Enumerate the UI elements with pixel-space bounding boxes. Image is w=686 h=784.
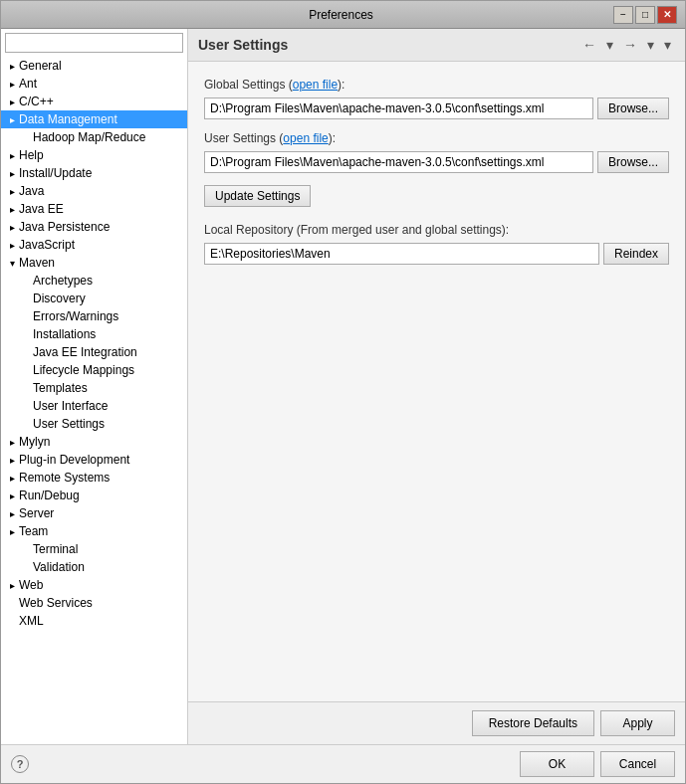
sidebar-item-label-java-ee: Java EE <box>19 202 183 216</box>
sidebar-item-web-services[interactable]: Web Services <box>1 594 187 612</box>
nav-forward-button[interactable]: → <box>619 35 641 55</box>
sidebar-item-label-general: General <box>19 59 183 73</box>
sidebar-item-lifecycle-mappings[interactable]: Lifecycle Mappings <box>1 361 187 379</box>
user-settings-link[interactable]: open file <box>283 131 328 145</box>
global-settings-label: Global Settings (open file): <box>204 78 669 92</box>
search-input[interactable] <box>5 33 183 53</box>
nav-dropdown-button[interactable]: ▾ <box>602 35 617 55</box>
minimize-button[interactable]: − <box>613 6 633 24</box>
user-settings-label: User Settings (open file): <box>204 131 669 145</box>
right-panel: User Settings ← ▾ → ▾ ▾ Global Settings … <box>188 29 685 744</box>
sidebar-item-label-maven: Maven <box>19 256 183 270</box>
sidebar-item-label-team: Team <box>19 524 183 538</box>
sidebar-item-cpp[interactable]: ▸C/C++ <box>1 93 187 110</box>
global-settings-link[interactable]: open file <box>293 78 338 92</box>
sidebar-item-label-errors-warnings: Errors/Warnings <box>33 309 183 323</box>
sidebar-item-data-management[interactable]: ▸Data Management <box>1 110 187 128</box>
sidebar-item-remote-systems[interactable]: ▸Remote Systems <box>1 469 187 487</box>
sidebar-item-maven[interactable]: ▾Maven <box>1 254 187 272</box>
sidebar-item-templates[interactable]: Templates <box>1 379 187 397</box>
user-settings-row: Browse... <box>204 151 669 173</box>
arrow-icon-general: ▸ <box>5 61 19 72</box>
sidebar-item-team[interactable]: ▸Team <box>1 522 187 540</box>
sidebar-item-user-settings[interactable]: User Settings <box>1 415 187 433</box>
sidebar-item-label-templates: Templates <box>33 381 183 395</box>
sidebar-item-java-ee-integration[interactable]: Java EE Integration <box>1 343 187 361</box>
sidebar-item-java-ee[interactable]: ▸Java EE <box>1 200 187 218</box>
sidebar-item-plugin-dev[interactable]: ▸Plug-in Development <box>1 451 187 469</box>
browse2-button[interactable]: Browse... <box>597 151 669 173</box>
local-repo-row: Reindex <box>204 243 669 265</box>
apply-button[interactable]: Apply <box>600 710 675 736</box>
sidebar-item-web[interactable]: ▸Web <box>1 576 187 594</box>
sidebar-item-label-web: Web <box>19 578 183 592</box>
sidebar-item-user-interface[interactable]: User Interface <box>1 397 187 415</box>
nav-arrows: ← ▾ → ▾ ▾ <box>578 35 675 55</box>
sidebar-item-errors-warnings[interactable]: Errors/Warnings <box>1 307 187 325</box>
user-settings-input[interactable] <box>204 151 593 173</box>
sidebar-item-java[interactable]: ▸Java <box>1 182 187 200</box>
local-repo-label: Local Repository (From merged user and g… <box>204 223 669 237</box>
arrow-icon-web: ▸ <box>5 580 19 591</box>
arrow-icon-server: ▸ <box>5 508 19 519</box>
sidebar-item-label-lifecycle-mappings: Lifecycle Mappings <box>33 363 183 377</box>
sidebar-item-install-update[interactable]: ▸Install/Update <box>1 164 187 182</box>
arrow-icon-remote-systems: ▸ <box>5 473 19 484</box>
sidebar-item-archetypes[interactable]: Archetypes <box>1 272 187 290</box>
nav-menu-button[interactable]: ▾ <box>660 35 675 55</box>
sidebar-item-server[interactable]: ▸Server <box>1 504 187 522</box>
sidebar-item-label-remote-systems: Remote Systems <box>19 471 183 485</box>
arrow-icon-cpp: ▸ <box>5 97 19 107</box>
title-bar-buttons: − □ ✕ <box>613 6 677 24</box>
sidebar-item-terminal[interactable]: Terminal <box>1 540 187 558</box>
sidebar: ▸General▸Ant▸C/C++▸Data ManagementHadoop… <box>1 29 188 744</box>
sidebar-item-ant[interactable]: ▸Ant <box>1 75 187 93</box>
ok-button[interactable]: OK <box>520 751 594 777</box>
footer-bar: ? OK Cancel <box>1 744 685 783</box>
sidebar-item-general[interactable]: ▸General <box>1 57 187 75</box>
sidebar-item-label-plugin-dev: Plug-in Development <box>19 453 183 467</box>
browse1-button[interactable]: Browse... <box>597 98 669 119</box>
sidebar-item-mylyn[interactable]: ▸Mylyn <box>1 433 187 451</box>
sidebar-item-discovery[interactable]: Discovery <box>1 290 187 307</box>
sidebar-item-hadoop[interactable]: Hadoop Map/Reduce <box>1 128 187 146</box>
sidebar-item-help[interactable]: ▸Help <box>1 146 187 164</box>
sidebar-item-label-run-debug: Run/Debug <box>19 489 183 502</box>
sidebar-item-run-debug[interactable]: ▸Run/Debug <box>1 487 187 504</box>
arrow-icon-java-persistence: ▸ <box>5 222 19 233</box>
arrow-icon-plugin-dev: ▸ <box>5 455 19 466</box>
sidebar-item-label-help: Help <box>19 148 183 162</box>
maximize-button[interactable]: □ <box>635 6 655 24</box>
local-repo-input[interactable] <box>204 243 599 265</box>
sidebar-item-label-ant: Ant <box>19 77 183 91</box>
sidebar-item-validation[interactable]: Validation <box>1 558 187 576</box>
nav-forward-dropdown-button[interactable]: ▾ <box>643 35 658 55</box>
sidebar-item-label-discovery: Discovery <box>33 292 183 305</box>
help-button[interactable]: ? <box>11 755 29 773</box>
sidebar-item-label-archetypes: Archetypes <box>33 274 183 288</box>
panel-title: User Settings <box>198 37 288 53</box>
reindex-button[interactable]: Reindex <box>603 243 669 265</box>
restore-defaults-button[interactable]: Restore Defaults <box>472 710 594 736</box>
sidebar-item-label-hadoop: Hadoop Map/Reduce <box>33 130 183 144</box>
user-settings-text: User Settings ( <box>204 131 283 145</box>
sidebar-item-label-java-persistence: Java Persistence <box>19 220 183 234</box>
global-settings-input[interactable] <box>204 98 593 119</box>
window-title: Preferences <box>69 8 613 22</box>
nav-back-button[interactable]: ← <box>578 35 600 55</box>
sidebar-item-installations[interactable]: Installations <box>1 325 187 343</box>
sidebar-item-label-validation: Validation <box>33 560 183 574</box>
arrow-icon-mylyn: ▸ <box>5 437 19 448</box>
sidebar-item-javascript[interactable]: ▸JavaScript <box>1 236 187 254</box>
sidebar-item-label-server: Server <box>19 506 183 520</box>
cancel-button[interactable]: Cancel <box>600 751 675 777</box>
sidebar-item-label-user-interface: User Interface <box>33 399 183 413</box>
close-button[interactable]: ✕ <box>657 6 677 24</box>
sidebar-item-label-java-ee-integration: Java EE Integration <box>33 345 183 359</box>
update-settings-button[interactable]: Update Settings <box>204 185 311 207</box>
sidebar-item-label-terminal: Terminal <box>33 542 183 556</box>
sidebar-item-xml[interactable]: XML <box>1 612 187 630</box>
sidebar-item-java-persistence[interactable]: ▸Java Persistence <box>1 218 187 236</box>
main-content: ▸General▸Ant▸C/C++▸Data ManagementHadoop… <box>1 29 685 744</box>
global-settings-suffix: ): <box>338 78 344 92</box>
